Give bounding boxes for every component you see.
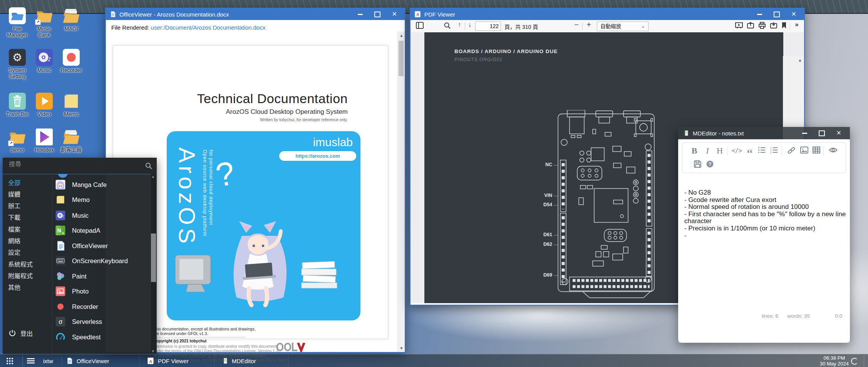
app-item-manga-cafe[interactable]: Manga Cafe: [52, 178, 151, 192]
desktop-icon-demo[interactable]: ↗ demo: [5, 128, 30, 153]
maximize-button[interactable]: [819, 130, 825, 136]
category-files[interactable]: 檔案: [3, 224, 57, 235]
taskbar-item-mdeditor[interactable]: MDEditor: [221, 354, 256, 367]
app-item-onscreenkeyboard[interactable]: OnScreenKeyboard: [52, 254, 151, 268]
app-item-paint[interactable]: Paint: [52, 269, 151, 283]
presentation-mode-button[interactable]: [735, 22, 744, 30]
pin-label: D62: [524, 242, 552, 247]
zoom-out-button[interactable]: −: [572, 20, 581, 29]
bold-button[interactable]: B: [689, 146, 699, 156]
file-path-link[interactable]: user:/Document/Arozos Documentation.docx: [151, 24, 266, 31]
desktop-icon-music[interactable]: Music: [32, 48, 57, 73]
save-button[interactable]: [694, 160, 704, 168]
taskbar-item-officeviewer[interactable]: OfficeViewer: [66, 354, 109, 367]
start-menu-button[interactable]: [27, 354, 35, 367]
scroll-up-icon[interactable]: ▲: [798, 58, 802, 62]
clock-time: 06:38 PM: [820, 355, 849, 361]
italic-button[interactable]: I: [702, 146, 712, 156]
previous-page-icon[interactable]: ↑: [455, 21, 464, 30]
next-page-icon[interactable]: ↓: [466, 21, 474, 30]
category-settings[interactable]: 設定: [3, 247, 57, 258]
minimize-button[interactable]: [358, 14, 363, 15]
desktop-icon-system-setting[interactable]: System Setting: [5, 48, 30, 80]
search-input[interactable]: [8, 160, 137, 168]
svg-text:3: 3: [770, 152, 772, 154]
category-media[interactable]: 媒體: [3, 189, 57, 200]
maximize-button[interactable]: [774, 12, 780, 17]
desktop-icon-memo[interactable]: Memo: [59, 92, 84, 117]
close-button[interactable]: ✕: [392, 11, 397, 17]
search-icon[interactable]: [444, 22, 452, 30]
close-button[interactable]: ✕: [836, 130, 841, 136]
desktop-icon-recorder[interactable]: Recorder: [59, 48, 84, 73]
scroll-up-icon[interactable]: ▲: [399, 33, 404, 38]
start-menu-scrollbar[interactable]: ▲ ▼: [151, 174, 156, 354]
app-item-speedtest[interactable]: Speedtest: [52, 330, 151, 344]
category-network[interactable]: 網絡: [3, 236, 57, 247]
open-file-button[interactable]: [747, 22, 755, 30]
unordered-list-button[interactable]: [758, 147, 768, 153]
table-button[interactable]: [813, 147, 823, 153]
category-accessories[interactable]: 附屬程式: [3, 271, 57, 282]
app-item-officeviewer[interactable]: OfficeViewer: [52, 239, 151, 253]
code-button[interactable]: </>: [732, 147, 742, 154]
desktop-icon-holodex[interactable]: Holodex: [32, 128, 57, 153]
category-download[interactable]: 下載: [3, 212, 57, 223]
file-manager-icon: [8, 7, 26, 25]
scroll-down-icon[interactable]: ▼: [151, 349, 155, 353]
desktop-icon-magi[interactable]: MAGI: [59, 7, 84, 32]
app-item-memo[interactable]: Memo: [52, 193, 151, 207]
logout-button[interactable]: 登出: [9, 329, 33, 338]
desktop-icon-trash-bin[interactable]: Trash Bin: [5, 92, 30, 117]
desktop-icon-maker-factory[interactable]: 創客工廠: [59, 128, 84, 153]
image-button[interactable]: [800, 147, 810, 153]
search-icon[interactable]: [145, 162, 152, 169]
app-item-music[interactable]: Music: [52, 209, 151, 222]
officeviewer-titlebar[interactable]: OfficeViewer - Arozos Documentation.docx…: [106, 8, 405, 20]
heading-button[interactable]: H: [715, 146, 725, 156]
markdown-editor-textarea[interactable]: - No G28 - Gcode rewrite after Cura exor…: [684, 189, 846, 239]
scrollbar-thumb[interactable]: [151, 234, 156, 282]
page-number-input[interactable]: [475, 22, 501, 31]
desktop-icon-music-bank[interactable]: ↗ Music Bank: [32, 7, 57, 38]
sync-spinner-icon: [851, 358, 858, 365]
more-tools-icon[interactable]: »: [793, 21, 801, 29]
power-icon: [9, 330, 16, 337]
preview-eye-button[interactable]: [829, 147, 839, 153]
scroll-up-icon[interactable]: ▲: [151, 175, 155, 178]
minimize-button[interactable]: [757, 14, 762, 15]
scrollbar-thumb[interactable]: [399, 41, 404, 76]
recorder-icon: [62, 48, 80, 66]
category-office[interactable]: 辦工: [3, 201, 57, 212]
zoom-in-button[interactable]: +: [585, 20, 593, 29]
pdfviewer-titlebar[interactable]: PDF Viewer ✕: [411, 8, 804, 20]
desktop-icon-video[interactable]: Video: [32, 92, 57, 117]
link-button[interactable]: [787, 147, 797, 154]
print-button[interactable]: [758, 22, 767, 30]
app-item-photo[interactable]: Photo: [52, 284, 151, 298]
bookmark-icon[interactable]: [781, 22, 790, 30]
mdeditor-titlebar[interactable]: MDEditor - notes.txt ✕: [678, 127, 850, 139]
category-system[interactable]: 系統程式: [3, 259, 57, 270]
desktop-icon-file-manager[interactable]: File Manager: [5, 7, 30, 38]
help-button[interactable]: ?: [706, 160, 716, 168]
app-item-serverless[interactable]: Serverless: [52, 315, 151, 329]
sidebar-toggle-button[interactable]: [416, 22, 424, 30]
app-item-notepada[interactable]: NotepadA: [52, 224, 151, 237]
divider: [153, 337, 245, 337]
officeviewer-scrollbar[interactable]: ▲ ▼: [397, 32, 405, 352]
window-title: PDF Viewer: [424, 11, 455, 18]
download-button[interactable]: [770, 22, 778, 30]
category-all[interactable]: 全部: [3, 178, 57, 189]
app-grid-button[interactable]: [6, 354, 13, 367]
minimize-button[interactable]: [802, 133, 807, 134]
category-others[interactable]: 其他: [3, 282, 57, 293]
taskbar-item-pdfviewer[interactable]: PDF Viewer: [147, 354, 189, 367]
ordered-list-button[interactable]: 123: [770, 147, 780, 153]
close-button[interactable]: ✕: [791, 11, 796, 17]
scroll-down-icon[interactable]: ▼: [399, 346, 404, 350]
maximize-button[interactable]: [374, 12, 380, 17]
app-item-recorder[interactable]: Recorder: [52, 300, 151, 314]
zoom-mode-select[interactable]: 自動縮放⌄: [597, 22, 648, 31]
quote-button[interactable]: “: [745, 147, 755, 161]
